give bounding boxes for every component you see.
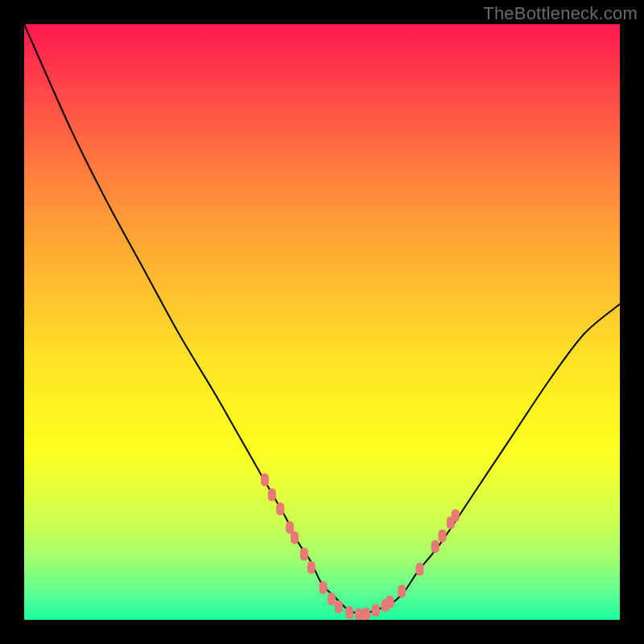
curve-marker: [345, 606, 353, 619]
curve-marker: [300, 548, 308, 561]
curve-marker: [362, 608, 370, 620]
curve-marker: [328, 592, 336, 605]
curve-marker: [386, 596, 394, 609]
curve-marker: [268, 489, 276, 502]
chart-frame: TheBottleneck.com: [0, 0, 644, 644]
curve-marker: [372, 604, 380, 617]
curve-marker: [438, 530, 446, 543]
curve-marker: [291, 531, 299, 544]
curve-marker: [415, 563, 423, 576]
marker-group: [261, 473, 460, 620]
curve-marker: [355, 608, 363, 620]
curve-marker: [261, 473, 269, 486]
curve-marker: [308, 561, 316, 574]
curve-marker: [335, 601, 343, 613]
curve-marker: [431, 540, 440, 553]
curve-marker: [452, 510, 460, 522]
plot-area: [24, 24, 620, 620]
bottleneck-curve: [24, 24, 620, 614]
watermark-text: TheBottleneck.com: [483, 3, 638, 24]
bottleneck-plot-svg: [24, 24, 620, 620]
curve-marker: [319, 581, 327, 594]
curve-marker: [276, 502, 284, 515]
curve-marker: [398, 584, 406, 597]
